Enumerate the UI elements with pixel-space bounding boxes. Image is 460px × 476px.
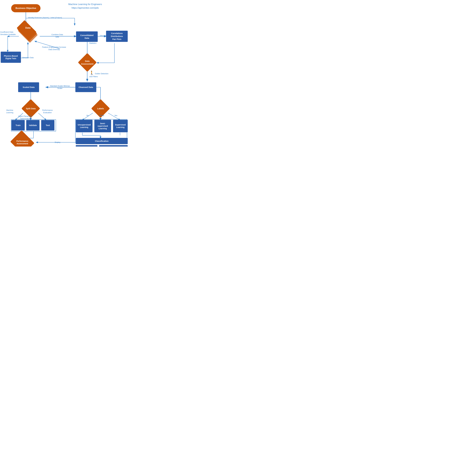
split-data-node: Split Data	[21, 101, 41, 116]
statistics-label: Statistics	[87, 42, 98, 44]
outlier-detection-label: 🚶Outlier Detection and Filters	[89, 70, 112, 78]
labels-node: Labels	[91, 101, 110, 116]
partial-label: Partial	[98, 114, 105, 117]
deploy-label: Deploy	[53, 141, 62, 144]
physics-twin-node: Physics-Based Digital Twin	[1, 52, 21, 63]
machine-learning-label: Machine Learning	[3, 109, 17, 114]
unsupervised-node: Unsupervised Learning	[76, 120, 93, 132]
data-assessment-node: Data Assessment	[77, 55, 97, 70]
diagram-container: Machine Learning for Engineers https://a…	[0, 0, 140, 146]
test-node: Test	[41, 120, 54, 130]
data-node-label: Data	[18, 26, 38, 29]
correlations-node: CorrelationsDistributionsPair Plots	[106, 31, 128, 42]
feature-engineering-label: Feature Engineering Increase Data Divers…	[42, 46, 66, 51]
simulate-data-label: Simulate Data	[22, 57, 34, 59]
yes-label: Yes	[113, 114, 119, 117]
no-label: No	[85, 114, 90, 117]
supervised-node: Supervised Learning	[113, 120, 128, 132]
classification-node: Classification	[76, 138, 128, 144]
clustering-node: Clustering	[76, 145, 97, 146]
standard-scaler-label: Standard Scaler Minmax Scaler	[48, 85, 72, 90]
performance-assessment-node: Performance Assessment	[10, 134, 35, 146]
validate-node: Validate	[26, 120, 40, 130]
diagram-title: Machine Learning for Engineers https://a…	[60, 2, 110, 10]
semi-supervised-node: Semi-supervised Learning	[94, 120, 111, 132]
hyper-param-label: Hyper-Parameter Optimization	[17, 115, 34, 120]
train-node: Train	[11, 120, 25, 130]
identify-features-label: Identify Features (Inputs), Label (Outpu…	[28, 17, 78, 19]
consolidated-data-node: Consolidated Data	[76, 31, 98, 42]
scaled-data-node: Scaled Data	[18, 82, 39, 92]
insufficient-data-label: Insufficient Data Simulator Available	[0, 31, 18, 36]
cleansed-data-node: Cleansed Data	[75, 82, 96, 92]
regression-node: Regression	[99, 145, 128, 146]
business-objective-node: Business Objective	[11, 4, 41, 12]
combine-data-label: Combine Data Sets	[50, 34, 64, 38]
perf-eval-label: Performance Evaluation	[41, 109, 54, 114]
